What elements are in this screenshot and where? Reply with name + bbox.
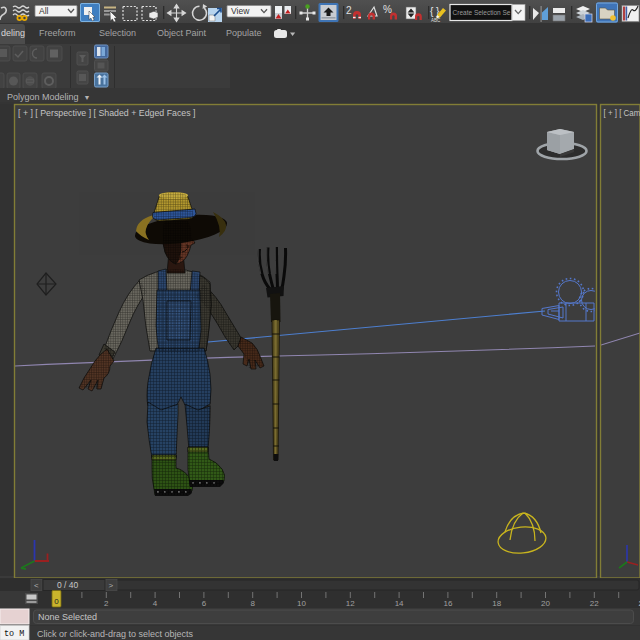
svg-text:12: 12 — [346, 599, 355, 608]
svg-text:4: 4 — [153, 599, 158, 608]
svg-text:<: < — [34, 581, 39, 590]
svg-text:0 / 40: 0 / 40 — [57, 580, 79, 590]
svg-text:20: 20 — [541, 599, 550, 608]
svg-text:[ + ] [ Perspective ] [ Shaded: [ + ] [ Perspective ] [ Shaded + Edged F… — [18, 108, 196, 118]
svg-text:[ + ] [ Camer: [ + ] [ Camer — [604, 108, 640, 118]
svg-text:18: 18 — [492, 599, 501, 608]
svg-text:8: 8 — [250, 599, 255, 608]
svg-text:6: 6 — [202, 599, 207, 608]
svg-text:None Selected: None Selected — [38, 612, 97, 622]
svg-text:to M: to M — [4, 629, 24, 639]
svg-text:14: 14 — [395, 599, 404, 608]
svg-text:0: 0 — [54, 597, 59, 606]
svg-text:2: 2 — [104, 599, 109, 608]
svg-text:16: 16 — [443, 599, 452, 608]
svg-text:Click or click-and-drag to sel: Click or click-and-drag to select object… — [37, 629, 194, 639]
svg-text:22: 22 — [590, 599, 599, 608]
svg-text:>: > — [109, 581, 114, 590]
svg-text:10: 10 — [297, 599, 306, 608]
